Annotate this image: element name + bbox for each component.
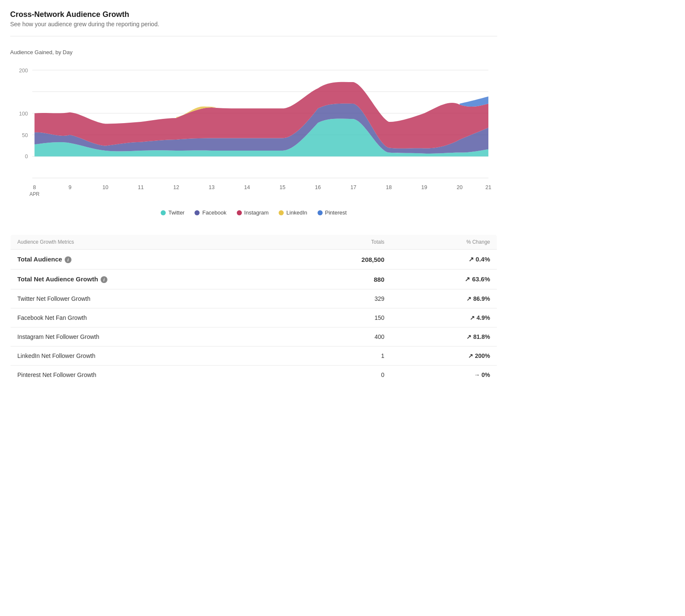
metric-change: → 0% xyxy=(391,366,497,385)
info-icon[interactable]: i xyxy=(101,276,107,283)
svg-text:9: 9 xyxy=(68,184,71,190)
table-row: Facebook Net Fan Growth150↗ 4.9% xyxy=(11,308,497,327)
metric-change: ↗ 81.8% xyxy=(391,327,497,346)
svg-text:13: 13 xyxy=(209,184,215,190)
metric-total: 208,500 xyxy=(292,250,391,270)
table-row: LinkedIn Net Follower Growth1↗ 200% xyxy=(11,346,497,366)
svg-text:11: 11 xyxy=(138,184,144,190)
chart-section: Audience Gained, by Day 200 100 50 0 xyxy=(10,45,497,224)
legend-label-instagram: Instagram xyxy=(244,209,269,216)
metric-label: Twitter Net Follower Growth xyxy=(11,289,292,308)
col-header-totals: Totals xyxy=(292,235,391,250)
legend-pinterest: Pinterest xyxy=(318,209,347,216)
legend-dot-facebook xyxy=(195,210,200,215)
metrics-table: Audience Growth Metrics Totals % Change … xyxy=(10,234,497,385)
section-divider xyxy=(10,36,497,36)
legend-dot-twitter xyxy=(161,210,166,215)
page-title: Cross-Network Audience Growth xyxy=(10,10,497,19)
table-row: Instagram Net Follower Growth400↗ 81.8% xyxy=(11,327,497,346)
metric-label: LinkedIn Net Follower Growth xyxy=(11,346,292,366)
metrics-header-row: Audience Growth Metrics Totals % Change xyxy=(11,235,497,250)
metric-change: ↗ 0.4% xyxy=(391,250,497,270)
area-chart: 200 100 50 0 8 APR 9 10 11 12 13 14 xyxy=(10,60,497,204)
metric-total: 0 xyxy=(292,366,391,385)
svg-text:200: 200 xyxy=(19,67,28,74)
metric-label: Total Audiencei xyxy=(11,250,292,270)
legend-linkedin: LinkedIn xyxy=(279,209,307,216)
metric-label: Pinterest Net Follower Growth xyxy=(11,366,292,385)
svg-text:14: 14 xyxy=(244,184,250,190)
table-row: Pinterest Net Follower Growth0→ 0% xyxy=(11,366,497,385)
svg-text:17: 17 xyxy=(351,184,356,190)
svg-text:18: 18 xyxy=(386,184,392,190)
svg-text:50: 50 xyxy=(22,132,28,139)
chart-y-label: Audience Gained, by Day xyxy=(10,49,497,55)
metric-total: 150 xyxy=(292,308,391,327)
metric-change: ↗ 4.9% xyxy=(391,308,497,327)
svg-text:20: 20 xyxy=(457,184,463,190)
metric-total: 329 xyxy=(292,289,391,308)
svg-text:8: 8 xyxy=(33,184,36,190)
metric-label: Facebook Net Fan Growth xyxy=(11,308,292,327)
metric-change: ↗ 86.9% xyxy=(391,289,497,308)
metric-change: ↗ 200% xyxy=(391,346,497,366)
legend-label-linkedin: LinkedIn xyxy=(286,209,307,216)
info-icon[interactable]: i xyxy=(65,256,71,263)
legend-label-facebook: Facebook xyxy=(202,209,226,216)
legend-label-pinterest: Pinterest xyxy=(325,209,347,216)
svg-text:21: 21 xyxy=(485,184,491,190)
metric-label: Instagram Net Follower Growth xyxy=(11,327,292,346)
metric-total: 1 xyxy=(292,346,391,366)
svg-text:0: 0 xyxy=(25,153,28,160)
chart-legend: Twitter Facebook Instagram LinkedIn Pint… xyxy=(10,209,497,216)
legend-facebook: Facebook xyxy=(195,209,226,216)
metric-total: 880 xyxy=(292,270,391,289)
legend-dot-linkedin xyxy=(279,210,284,215)
svg-text:12: 12 xyxy=(173,184,179,190)
metric-total: 400 xyxy=(292,327,391,346)
metric-label: Total Net Audience Growthi xyxy=(11,270,292,289)
page-subtitle: See how your audience grew during the re… xyxy=(10,21,497,28)
svg-text:16: 16 xyxy=(315,184,321,190)
col-header-change: % Change xyxy=(391,235,497,250)
legend-twitter: Twitter xyxy=(161,209,184,216)
svg-text:15: 15 xyxy=(279,184,285,190)
legend-instagram: Instagram xyxy=(237,209,269,216)
table-row: Twitter Net Follower Growth329↗ 86.9% xyxy=(11,289,497,308)
table-row: Total Audiencei208,500↗ 0.4% xyxy=(11,250,497,270)
svg-text:100: 100 xyxy=(19,110,28,117)
metric-change: ↗ 63.6% xyxy=(391,270,497,289)
legend-dot-pinterest xyxy=(318,210,323,215)
col-header-metrics: Audience Growth Metrics xyxy=(11,235,292,250)
svg-text:APR: APR xyxy=(30,191,40,197)
legend-label-twitter: Twitter xyxy=(168,209,184,216)
svg-text:10: 10 xyxy=(102,184,108,190)
svg-text:19: 19 xyxy=(421,184,427,190)
legend-dot-instagram xyxy=(237,210,242,215)
table-row: Total Net Audience Growthi880↗ 63.6% xyxy=(11,270,497,289)
